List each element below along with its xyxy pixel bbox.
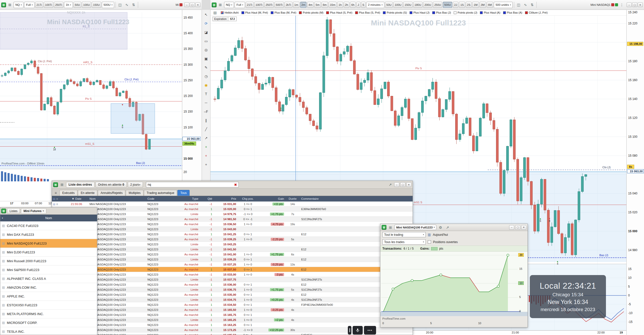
timeframe-select[interactable]: 2 minutes▾	[366, 2, 384, 8]
timeframe-button-j[interactable]: J	[356, 2, 360, 8]
alert-red-icon[interactable]	[179, 3, 182, 6]
cursor-tool[interactable]: ↖	[203, 11, 209, 18]
timeframe-button-250ti[interactable]: 250Ti	[264, 2, 274, 8]
column-header-date[interactable]: ▼ Date	[65, 197, 88, 200]
units-button-1s[interactable]: 1S	[459, 2, 465, 8]
layout-grid-icon[interactable]: ⊞	[217, 2, 223, 8]
timeframe-button-4m[interactable]: 4m	[307, 2, 314, 8]
timeframe-button-21ti[interactable]: 21Ti	[246, 2, 254, 8]
taskbar-more-button[interactable]: •••	[364, 326, 376, 334]
column-header-type[interactable]: Type	[169, 197, 199, 200]
legend-item-points-pivots-s[interactable]: Points pivots (S)	[383, 11, 407, 14]
search-input[interactable]	[148, 183, 234, 186]
order-row[interactable]: ▤≣21:38:38Mini NASDAQ100 Only1223NQ1223A…	[52, 232, 413, 237]
watchlist-row-microsoft-corp[interactable]: ▤MICROSOFT CORP.	[0, 318, 97, 327]
order-row[interactable]: ▤≣21:30:48Mini NASDAQ100 Only1223NQ1223A…	[52, 302, 413, 307]
legend-item-plus-bas-s-pr[interactable]: Plus Bas (S, Pré)	[355, 11, 380, 14]
close-button[interactable]: ✕	[406, 182, 411, 187]
timeframe-button-2kti[interactable]: 2kTi	[285, 2, 292, 8]
units-select[interactable]: 500 unités▾	[494, 2, 513, 8]
watchlist-tab-listes[interactable]: Listes	[7, 208, 20, 214]
order-row[interactable]: ▤≣21:38:29Mini NASDAQ100 Only1223NQ1223A…	[52, 252, 413, 257]
maximize-button[interactable]: ▢	[190, 3, 195, 7]
order-row[interactable]: ▤≣21:38:04Mini NASDAQ100 Only1223NQ1223A…	[52, 267, 413, 272]
units-button-2j[interactable]: 2J	[453, 2, 458, 8]
maximize-button[interactable]: ▢	[400, 182, 405, 187]
order-row[interactable]: ▤≣21:55:06Mini NASDAQ100 Only1223NQ1223A…	[52, 202, 413, 207]
maximize-button[interactable]: ▢	[515, 225, 520, 230]
order-row[interactable]: ▤≣21:31:06Mini NASDAQ100 Only1223NQ1223A…	[52, 282, 413, 287]
watchlist-row-mini-s-p500-full1223[interactable]: ▤Mini S&P500 Full1223	[0, 265, 97, 274]
column-header-dur-e[interactable]: Durée	[285, 197, 300, 200]
column-header-nom[interactable]: Nom	[88, 197, 146, 200]
order-row[interactable]: ▤≣21:38:31Mini NASDAQ100 Only1223NQ1223L…	[52, 247, 413, 252]
units-button-1m[interactable]: 1M	[472, 2, 479, 8]
legend-item-plus-bas-m-pr[interactable]: Plus Bas (M, Pré)	[271, 11, 296, 14]
units-button-180u[interactable]: 180U	[413, 2, 422, 8]
timeframe-select[interactable]: 1h▾	[64, 2, 73, 8]
units-button-150u[interactable]: 150U	[403, 2, 412, 8]
column-header-commentaire[interactable]: Commentaire	[300, 197, 413, 200]
close-button[interactable]: ✕	[638, 3, 643, 7]
order-row[interactable]: ▤≣21:31:10Mini NASDAQ100 Only1223NQ1223A…	[52, 272, 413, 277]
alarm-tool[interactable]: ◉	[203, 82, 209, 88]
orders-menu-icon[interactable]: ≡	[53, 190, 58, 196]
order-row[interactable]: ▤≣21:31:10Mini NASDAQ100 Only1223NQ1223L…	[52, 277, 413, 282]
pencil-tool[interactable]: ✎	[203, 64, 209, 71]
layout-grid-icon[interactable]: ⊞	[387, 224, 393, 230]
legend-item-plus-haut-m-pr[interactable]: Plus Haut (M, Pré)	[241, 11, 268, 14]
crosshair-tool[interactable]: +	[203, 161, 209, 168]
trend-line-tool[interactable]: ╱	[203, 126, 209, 132]
column-header-code[interactable]: Code	[146, 197, 169, 200]
subtab-trading-automatique[interactable]: Trading automatique	[144, 190, 177, 196]
order-row[interactable]: ▤≣21:48:28Mini NASDAQ100 Only1223NQ1223L…	[52, 212, 413, 217]
timeframe-button-5m[interactable]: 5m	[314, 2, 321, 8]
order-row[interactable]: ▤≣15:39:21Mini NASDAQ100 Only1223NQ1223A…	[52, 307, 413, 312]
subtab-tous[interactable]: Tous	[177, 190, 189, 196]
timeframe-button-15m[interactable]: 15m	[329, 2, 336, 8]
microphone-button[interactable]	[353, 326, 363, 334]
order-row[interactable]: ▤≣21:30:59Mini NASDAQ100 Only1223NQ1223A…	[52, 292, 413, 297]
trash-tool[interactable]: ▣	[203, 55, 209, 62]
legend-item-plus-haut-s-pr[interactable]: Plus Haut (S, Pré)	[326, 11, 352, 14]
mode-select[interactable]: Full▾	[235, 2, 245, 8]
timeframe-button-2h[interactable]: 2h	[344, 2, 349, 8]
indicator-menu-icon[interactable]: ▤	[212, 10, 218, 16]
order-row[interactable]: ▤≣21:30:54Mini NASDAQ100 Only1223NQ1223L…	[52, 297, 413, 302]
tab-ordres-en-attente[interactable]: Ordres en attente0	[96, 182, 127, 188]
alert-red-icon[interactable]	[611, 3, 614, 6]
arrow-tool[interactable]: ↗	[203, 135, 209, 141]
equity-curve-chart[interactable]: 20151050	[380, 252, 528, 316]
minimize-button[interactable]: –	[509, 225, 514, 230]
watchlist-row-apple-inc[interactable]: ▤APPLE INC.	[0, 292, 97, 301]
mode-select[interactable]: Full▾	[24, 2, 35, 8]
close-button[interactable]: ✕	[195, 3, 200, 7]
buy-sell-icon[interactable]: ⇅	[529, 2, 535, 8]
units-button-100u[interactable]: 100U	[393, 2, 403, 8]
units-select[interactable]: 500U▾	[102, 2, 114, 8]
chart-type-icon[interactable]: ◫	[117, 2, 123, 8]
subtab-ex-cut-s[interactable]: Exécutés	[59, 190, 77, 196]
timeframe-button-s[interactable]: S	[361, 2, 365, 8]
subtab-en-attente[interactable]: En attente	[78, 190, 97, 196]
channel-tool[interactable]: ∥	[203, 117, 209, 124]
units-button-250u[interactable]: 250U	[433, 2, 442, 8]
timeframe-button-100ti[interactable]: 100Ti	[254, 2, 264, 8]
timeframe-button-1m[interactable]: 1m	[293, 2, 299, 8]
maximize-button[interactable]: ▢	[632, 3, 637, 7]
legend-item-plus-bas-j[interactable]: Plus Bas (J)	[432, 11, 451, 14]
open-positions-checkbox[interactable]	[428, 240, 431, 244]
layout-grid-icon[interactable]: ⊞	[7, 2, 13, 8]
order-row[interactable]: ▤≣21:54:52Mini NASDAQ100 Only1223NQ1223A…	[52, 207, 413, 212]
watchlist-row-amazon-com-inc[interactable]: ▤AMAZON.COM INC.	[0, 283, 97, 292]
watchlist-row-tesla-inc[interactable]: ▤TESLA INC.	[0, 327, 97, 335]
symbol-select[interactable]: NQ▾	[224, 2, 234, 8]
order-row[interactable]: ▤≣21:38:36Mini NASDAQ100 Only1223NQ1223A…	[52, 237, 413, 242]
column-header-qt[interactable]: Qté	[199, 197, 213, 200]
watchlist-tab-mini-futures[interactable]: Mini Futures▾	[21, 208, 46, 214]
units-button-2s[interactable]: 2S	[466, 2, 472, 8]
left-price-chart[interactable]	[0, 10, 182, 206]
units-button-50u[interactable]: 50U	[74, 2, 81, 8]
watchlist-row-mini-dax-full1223[interactable]: ▤Mini DAX Full1223	[0, 230, 97, 239]
order-row[interactable]: ▤≣21:38:35Mini NASDAQ100 Only1223NQ1223L…	[52, 242, 413, 247]
